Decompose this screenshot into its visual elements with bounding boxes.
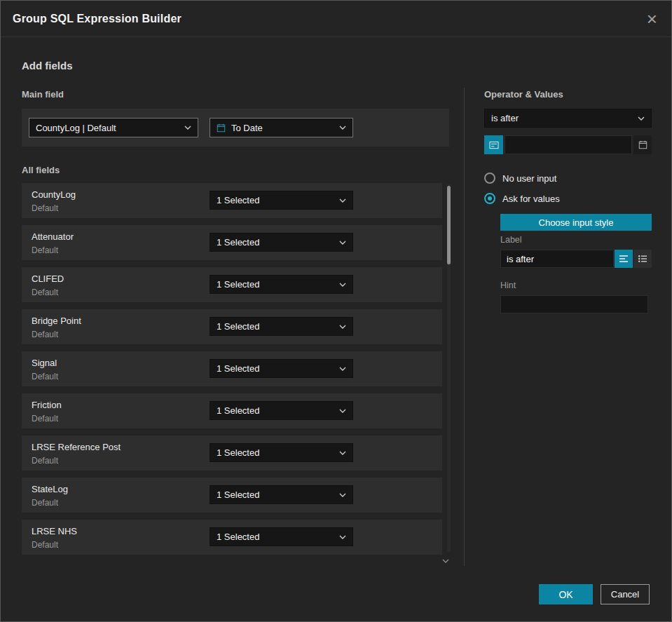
field-row: CLIFED Default 1 Selected xyxy=(22,267,442,302)
date-type-select-value: To Date xyxy=(231,123,334,133)
add-fields-heading: Add fields xyxy=(22,60,73,72)
field-row: StateLog Default 1 Selected xyxy=(22,478,442,513)
chevron-down-icon xyxy=(638,116,645,121)
field-subtitle: Default xyxy=(32,456,121,466)
label-field-label: Label xyxy=(500,235,522,245)
align-left-icon xyxy=(619,255,628,262)
field-selected-dropdown[interactable]: 1 Selected xyxy=(210,191,353,210)
field-row-text: Signal Default xyxy=(32,358,58,381)
field-subtitle: Default xyxy=(32,498,68,508)
field-name: CLIFED xyxy=(32,273,64,284)
radio-unselected-icon xyxy=(484,173,495,184)
chevron-down-icon xyxy=(339,283,346,287)
chevron-down-icon xyxy=(339,325,346,329)
field-subtitle: Default xyxy=(32,245,74,255)
list-icon xyxy=(638,255,647,262)
field-name: CountyLog xyxy=(32,189,76,200)
main-field-select[interactable]: CountyLog | Default xyxy=(29,118,198,137)
chevron-down-icon xyxy=(339,241,346,245)
selected-count-label: 1 Selected xyxy=(217,447,334,458)
label-input[interactable] xyxy=(500,250,614,268)
field-row: Signal Default 1 Selected xyxy=(22,351,442,386)
field-row: LRSE Reference Post Default 1 Selected xyxy=(22,435,442,471)
operator-values-heading: Operator & Values xyxy=(484,89,563,100)
selected-count-label: 1 Selected xyxy=(217,321,334,332)
selected-count-label: 1 Selected xyxy=(217,237,334,248)
field-row-text: Friction Default xyxy=(32,400,62,424)
operator-select-value: is after xyxy=(491,113,632,123)
selected-count-label: 1 Selected xyxy=(217,279,334,290)
operator-select[interactable]: is after xyxy=(484,109,652,128)
main-field-select-value: CountyLog | Default xyxy=(36,123,179,133)
radio-no-user-input[interactable]: No user input xyxy=(484,172,556,184)
selected-count-label: 1 Selected xyxy=(217,405,334,416)
date-type-select[interactable]: To Date xyxy=(210,118,353,137)
field-row: Friction Default 1 Selected xyxy=(22,393,442,428)
field-row-text: CountyLog Default xyxy=(32,189,76,213)
field-selected-dropdown[interactable]: 1 Selected xyxy=(210,443,353,462)
cancel-button[interactable]: Cancel xyxy=(601,584,650,604)
close-icon[interactable]: × xyxy=(647,10,657,28)
input-style-text-button[interactable] xyxy=(615,250,633,268)
chevron-down-icon xyxy=(339,198,346,203)
field-row: Attenuator Default 1 Selected xyxy=(22,225,442,260)
field-subtitle: Default xyxy=(32,414,62,424)
chevron-down-icon xyxy=(339,493,346,497)
main-field-panel: CountyLog | Default To Date xyxy=(22,109,449,147)
radio-ask-for-values[interactable]: Ask for values xyxy=(484,192,560,205)
chevron-down-icon xyxy=(339,126,346,130)
field-name: StateLog xyxy=(32,484,68,494)
field-list-icon xyxy=(489,141,499,149)
hint-input[interactable] xyxy=(500,295,648,313)
field-selected-dropdown[interactable]: 1 Selected xyxy=(210,485,353,504)
scrollbar-thumb[interactable] xyxy=(447,186,451,264)
field-row-text: Attenuator Default xyxy=(32,231,74,255)
field-name: LRSE Reference Post xyxy=(32,442,121,452)
selected-count-label: 1 Selected xyxy=(217,532,334,542)
field-name: LRSE NHS xyxy=(32,526,77,536)
field-name: Signal xyxy=(32,358,58,368)
dialog-header: Group SQL Expression Builder × xyxy=(1,1,671,37)
group-sql-expression-builder-dialog: Group SQL Expression Builder × Add field… xyxy=(0,0,672,622)
field-row-text: Bridge Point Default xyxy=(32,316,81,339)
choose-input-style-button[interactable]: Choose input style xyxy=(500,214,652,231)
chevron-down-icon xyxy=(339,409,346,413)
calendar-icon xyxy=(638,140,647,149)
scroll-down-icon[interactable] xyxy=(442,553,449,566)
field-selected-dropdown[interactable]: 1 Selected xyxy=(210,527,353,546)
field-selected-dropdown[interactable]: 1 Selected xyxy=(210,359,353,378)
field-name: Bridge Point xyxy=(32,316,81,326)
selected-count-label: 1 Selected xyxy=(217,489,334,500)
field-selected-dropdown[interactable]: 1 Selected xyxy=(210,233,353,252)
field-subtitle: Default xyxy=(32,288,64,297)
selected-count-label: 1 Selected xyxy=(217,363,334,374)
chevron-down-icon xyxy=(184,126,191,130)
field-subtitle: Default xyxy=(32,203,76,213)
calendar-icon xyxy=(217,123,226,133)
column-divider xyxy=(464,88,465,566)
field-selected-dropdown[interactable]: 1 Selected xyxy=(210,275,353,294)
radio-ask-for-values-label: Ask for values xyxy=(502,194,560,204)
all-fields-label: All fields xyxy=(22,165,60,175)
scrollbar-track xyxy=(447,184,451,552)
field-row-text: CLIFED Default xyxy=(32,273,64,297)
field-row-text: LRSE Reference Post Default xyxy=(32,442,121,466)
field-selected-dropdown[interactable]: 1 Selected xyxy=(210,317,353,336)
input-style-list-button[interactable] xyxy=(633,250,652,268)
chevron-down-icon xyxy=(339,367,346,371)
main-field-label: Main field xyxy=(22,89,64,100)
field-subtitle: Default xyxy=(32,372,58,381)
field-subtitle: Default xyxy=(32,540,77,550)
value-input[interactable] xyxy=(505,135,632,154)
field-subtitle: Default xyxy=(32,330,81,339)
ok-button[interactable]: OK xyxy=(539,584,593,604)
field-row-text: LRSE NHS Default xyxy=(32,526,77,550)
radio-selected-icon xyxy=(484,193,495,204)
date-picker-button[interactable] xyxy=(633,135,652,154)
field-row: CountyLog Default 1 Selected xyxy=(22,183,442,218)
dialog-title: Group SQL Expression Builder xyxy=(13,13,181,25)
field-row-text: StateLog Default xyxy=(32,484,68,508)
value-mode-button[interactable] xyxy=(484,135,503,154)
field-selected-dropdown[interactable]: 1 Selected xyxy=(210,401,353,420)
radio-no-user-input-label: No user input xyxy=(502,173,556,184)
